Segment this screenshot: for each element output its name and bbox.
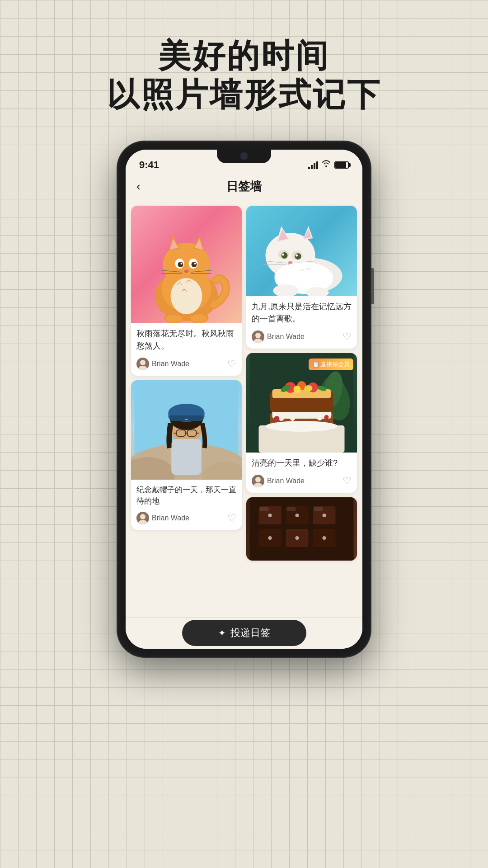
svg-point-106 [323, 536, 326, 540]
svg-rect-109 [314, 507, 323, 511]
battery-icon [334, 161, 349, 169]
submit-label: 投递日签 [230, 626, 270, 640]
orange-cat-image [131, 206, 242, 323]
page-header: 美好的时间 以照片墙形式记下 [0, 0, 488, 132]
navigation-bar: ‹ 日签墙 [126, 173, 362, 200]
card-orange-cat[interactable]: 秋雨落花无尽时。秋风秋雨愁煞人。 [131, 206, 242, 376]
content-area[interactable]: 秋雨落花无尽时。秋风秋雨愁煞人。 [126, 200, 362, 649]
phone-screen: 9:41 [126, 150, 362, 649]
card-chocolate[interactable] [246, 497, 357, 561]
left-column: 秋雨落花无尽时。秋风秋雨愁煞人。 [131, 206, 242, 561]
white-cat-heart-button[interactable]: ♡ [343, 331, 352, 343]
svg-point-77 [316, 410, 324, 420]
bottom-bar: ✦ 投递日签 [126, 617, 362, 649]
cake-author-avatar [252, 475, 264, 487]
white-cat-text: 九月,原来只是活在记忆远方的一首离歌。 [246, 296, 357, 328]
svg-point-12 [194, 263, 196, 264]
svg-point-89 [324, 415, 329, 420]
white-cat-author-info: Brian Wade [252, 330, 305, 343]
submit-icon: ✦ [218, 627, 226, 638]
svg-point-85 [305, 385, 313, 392]
cake-footer: Brian Wade ♡ [246, 472, 357, 493]
svg-point-104 [268, 536, 272, 540]
person-heart-button[interactable]: ♡ [227, 512, 236, 524]
status-icons [308, 160, 349, 170]
badge-text: 直接领会员 [320, 360, 350, 368]
signal-icon [308, 161, 318, 169]
svg-point-56 [282, 253, 284, 255]
page-title-line2: 以照片墙形式记下 [0, 75, 488, 114]
person-author-name: Brian Wade [152, 514, 189, 522]
status-time: 9:41 [139, 159, 159, 171]
svg-rect-107 [260, 507, 269, 511]
svg-point-84 [294, 386, 301, 393]
phone-frame: 9:41 [117, 142, 371, 657]
white-cat-footer: Brian Wade ♡ [246, 328, 357, 349]
wifi-icon [322, 160, 331, 170]
submit-button[interactable]: ✦ 投递日签 [182, 620, 306, 646]
svg-point-102 [296, 514, 299, 517]
svg-text:···: ··· [185, 417, 188, 421]
phone-mockup: 9:41 [0, 142, 488, 657]
back-button[interactable]: ‹ [136, 179, 155, 193]
white-cat-author-name: Brian Wade [267, 333, 305, 341]
svg-point-101 [268, 514, 272, 517]
nav-title: 日签墙 [155, 179, 333, 194]
white-cat-author-avatar [252, 330, 264, 343]
cake-text: 清亮的一天里，缺少谁? [246, 453, 357, 472]
person-author-info: Brian Wade [136, 512, 189, 524]
svg-point-90 [266, 421, 338, 432]
cake-heart-button[interactable]: ♡ [343, 475, 352, 487]
svg-point-54 [282, 252, 288, 259]
svg-point-21 [166, 315, 183, 323]
masonry-grid: 秋雨落花无尽时。秋风秋雨愁煞人。 [131, 206, 357, 561]
svg-point-10 [192, 262, 197, 267]
cake-author-name: Brian Wade [267, 477, 305, 485]
svg-point-9 [178, 262, 183, 267]
author-avatar [136, 358, 149, 370]
svg-point-88 [274, 416, 280, 421]
card-white-cat[interactable]: 九月,原来只是活在记忆远方的一首离歌。 [246, 206, 357, 349]
svg-point-92 [255, 477, 261, 482]
svg-rect-42 [172, 439, 202, 475]
svg-point-55 [295, 253, 301, 259]
svg-point-67 [255, 333, 261, 338]
svg-point-13 [184, 269, 189, 273]
svg-point-103 [323, 514, 326, 517]
person-image: ··· [131, 380, 242, 480]
svg-point-57 [296, 254, 298, 256]
svg-point-22 [191, 315, 207, 323]
white-cat-image [246, 206, 357, 296]
orange-cat-footer: Brian Wade ♡ [131, 355, 242, 376]
person-text: 纪念戴帽子的一天，那天一直待的地 [131, 480, 242, 509]
svg-point-18 [171, 278, 202, 314]
card-person[interactable]: ··· [131, 380, 242, 530]
card-cake[interactable]: 📋 直接领会员 清亮的一天里，缺少谁? [246, 353, 357, 493]
person-footer: Brian Wade ♡ [131, 509, 242, 530]
heart-button[interactable]: ♡ [227, 358, 236, 370]
author-name: Brian Wade [152, 360, 189, 368]
svg-rect-108 [287, 507, 296, 511]
right-column: 九月,原来只是活在记忆远方的一首离歌。 [246, 206, 357, 561]
badge-icon: 📋 [312, 361, 319, 368]
svg-point-44 [140, 514, 145, 519]
svg-point-76 [290, 412, 296, 421]
chocolate-image [246, 497, 357, 561]
member-badge[interactable]: 📋 直接领会员 [309, 359, 353, 370]
person-author-avatar [136, 512, 149, 524]
author-info: Brian Wade [136, 358, 189, 370]
svg-point-11 [181, 263, 183, 264]
svg-point-24 [140, 360, 145, 365]
page-title-line1: 美好的时间 [0, 36, 488, 75]
cake-author-info: Brian Wade [252, 475, 305, 487]
orange-cat-text: 秋雨落花无尽时。秋风秋雨愁煞人。 [131, 323, 242, 355]
phone-notch [217, 150, 271, 163]
svg-point-105 [296, 536, 299, 540]
